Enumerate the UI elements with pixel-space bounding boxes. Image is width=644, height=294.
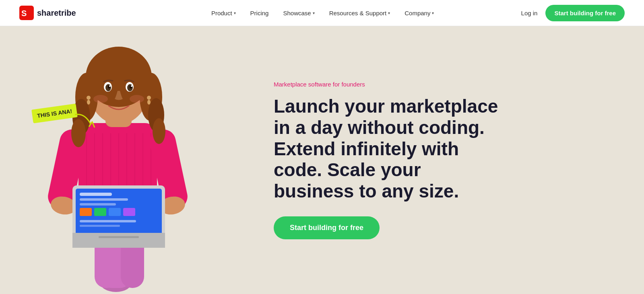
logo-icon: S: [19, 6, 34, 20]
nav-cta-button[interactable]: Start building for free: [545, 5, 625, 21]
navbar: S sharetribe Product ▾ Pricing Showcase …: [0, 0, 644, 26]
login-link[interactable]: Log in: [521, 10, 538, 16]
svg-rect-26: [94, 208, 106, 216]
svg-point-50: [87, 96, 91, 100]
svg-rect-28: [123, 208, 135, 216]
hero-title: Launch your marketplace in a day without…: [274, 96, 499, 202]
svg-rect-29: [80, 220, 136, 222]
nav-right: Log in Start building for free: [521, 5, 625, 21]
svg-point-41: [153, 118, 165, 144]
svg-rect-27: [109, 208, 121, 216]
svg-point-53: [147, 100, 151, 105]
svg-point-51: [87, 100, 90, 105]
nav-item-showcase[interactable]: Showcase ▾: [276, 10, 322, 16]
svg-point-55: [130, 95, 144, 103]
svg-point-48: [109, 85, 111, 87]
chevron-down-icon: ▾: [432, 11, 434, 15]
logo-text: sharetribe: [37, 8, 76, 18]
hero-image-area: THIS IS ANA!: [0, 26, 258, 294]
svg-rect-25: [80, 208, 92, 216]
nav-item-company[interactable]: Company ▾: [397, 10, 441, 16]
hero-subtitle: Marketplace software for founders: [274, 81, 499, 88]
annotation-arrow-icon: [73, 111, 97, 131]
nav-item-pricing[interactable]: Pricing: [243, 10, 276, 16]
svg-rect-24: [80, 203, 116, 206]
svg-rect-31: [72, 233, 165, 248]
chevron-down-icon: ▾: [313, 11, 315, 15]
hero-section: THIS IS ANA! Marketplace software for fo…: [0, 26, 644, 294]
nav-item-resources[interactable]: Resources & Support ▾: [322, 10, 398, 16]
hero-person-illustration: [16, 45, 242, 294]
logo-link[interactable]: S sharetribe: [19, 6, 76, 20]
svg-rect-30: [80, 225, 120, 227]
svg-rect-32: [99, 236, 139, 238]
svg-point-54: [93, 95, 108, 103]
person-annotation: THIS IS ANA!: [32, 107, 77, 120]
nav-links: Product ▾ Pricing Showcase ▾ Resources &…: [204, 10, 442, 16]
svg-point-49: [131, 85, 132, 87]
nav-item-product[interactable]: Product ▾: [204, 10, 243, 16]
svg-rect-23: [80, 198, 128, 201]
hero-content: Marketplace software for founders Launch…: [258, 26, 531, 294]
chevron-down-icon: ▾: [234, 11, 236, 15]
svg-point-52: [147, 96, 151, 100]
svg-rect-22: [80, 193, 112, 196]
chevron-down-icon: ▾: [388, 11, 390, 15]
svg-text:S: S: [21, 9, 27, 18]
hero-cta-button[interactable]: Start building for free: [274, 216, 380, 239]
